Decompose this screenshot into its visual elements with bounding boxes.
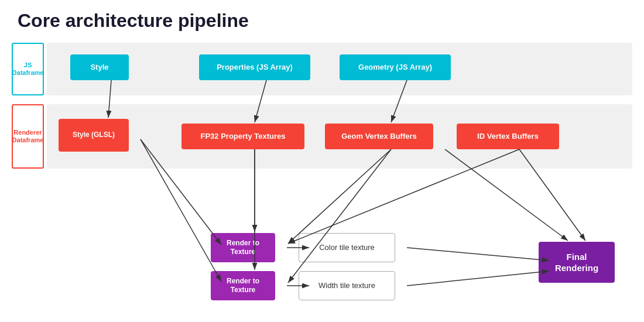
- id-vertex-box: ID Vertex Buffers: [457, 124, 559, 149]
- render-texture-2-box: Render to Texture: [211, 271, 275, 300]
- geom-vertex-box: Geom Vertex Buffers: [325, 124, 433, 149]
- geometry-js-box: Geometry (JS Array): [340, 54, 451, 80]
- fp32-box: FP32 Property Textures: [181, 124, 304, 149]
- render-texture-1-box: Render to Texture: [211, 233, 275, 262]
- svg-line-14: [407, 271, 549, 286]
- properties-js-box: Properties (JS Array): [199, 54, 310, 80]
- color-tile-box: Color tile texture: [299, 233, 395, 262]
- svg-line-9: [288, 149, 391, 283]
- diagram-area: JSDataframe RendererDataframe Style Prop…: [0, 37, 644, 312]
- lane-label-js: JSDataframe: [12, 43, 44, 95]
- svg-line-13: [407, 248, 549, 261]
- lane-label-renderer: RendererDataframe: [12, 104, 44, 169]
- style-js-box: Style: [70, 54, 129, 80]
- width-tile-box: Width tile texture: [299, 271, 395, 300]
- page-title: Core architecture pipeline: [0, 0, 644, 37]
- style-glsl-box: Style (GLSL): [59, 119, 129, 152]
- final-rendering-box: Final Rendering: [539, 242, 615, 283]
